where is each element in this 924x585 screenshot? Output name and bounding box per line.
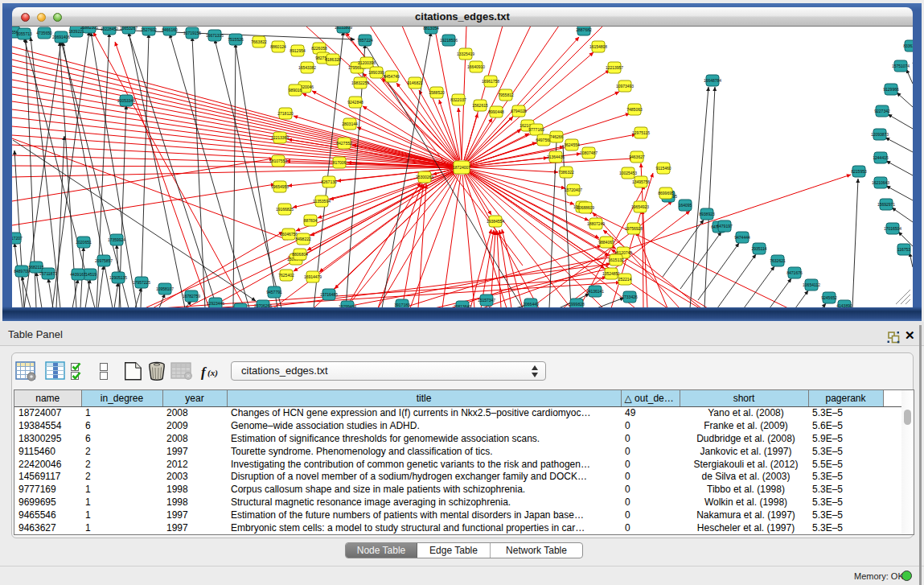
svg-text:12905135: 12905135 xyxy=(109,275,127,280)
svg-text:1615132: 1615132 xyxy=(608,257,624,262)
svg-text:15716485: 15716485 xyxy=(320,292,338,297)
svg-text:12213369: 12213369 xyxy=(271,135,289,140)
svg-text:7632621: 7632621 xyxy=(770,258,786,263)
svg-text:2935114: 2935114 xyxy=(751,246,766,251)
svg-text:10228452: 10228452 xyxy=(101,27,118,31)
svg-text:19299464: 19299464 xyxy=(339,304,356,308)
svg-text:10719155: 10719155 xyxy=(183,31,201,35)
svg-text:4735650: 4735650 xyxy=(36,31,52,35)
svg-text:25300263: 25300263 xyxy=(416,175,433,179)
svg-text:8336273: 8336273 xyxy=(903,43,913,48)
svg-text:164095: 164095 xyxy=(679,203,692,208)
svg-text:15720407: 15720407 xyxy=(565,187,582,192)
svg-text:16961758: 16961758 xyxy=(482,79,499,84)
svg-text:18724007: 18724007 xyxy=(453,165,470,170)
svg-text:8186328: 8186328 xyxy=(325,57,341,62)
svg-text:20053346: 20053346 xyxy=(117,98,135,103)
svg-text:21364436: 21364436 xyxy=(547,154,565,159)
svg-text:13495756: 13495756 xyxy=(632,179,650,184)
svg-text:8938923: 8938923 xyxy=(699,212,715,216)
svg-text:23706266: 23706266 xyxy=(254,303,272,308)
svg-text:16671335: 16671335 xyxy=(206,33,224,38)
svg-text:7485063: 7485063 xyxy=(626,107,643,112)
svg-text:11353594: 11353594 xyxy=(313,199,331,204)
svg-text:10653267: 10653267 xyxy=(120,27,138,31)
svg-text:8466160: 8466160 xyxy=(162,27,178,32)
svg-text:12975115: 12975115 xyxy=(632,130,650,135)
svg-text:7515526: 7515526 xyxy=(228,37,244,42)
svg-text:2055713: 2055713 xyxy=(16,31,32,36)
svg-text:5682115: 5682115 xyxy=(28,265,43,270)
svg-text:1588520: 1588520 xyxy=(429,90,445,95)
svg-text:1562615: 1562615 xyxy=(472,103,488,108)
svg-text:252214: 252214 xyxy=(618,277,632,282)
svg-text:989016: 989016 xyxy=(289,88,302,93)
svg-text:19384554: 19384554 xyxy=(487,219,504,224)
svg-text:18807249: 18807249 xyxy=(587,221,605,226)
svg-text:8806804: 8806804 xyxy=(292,252,308,257)
svg-text:8226058: 8226058 xyxy=(311,46,327,51)
svg-text:20691406: 20691406 xyxy=(52,35,70,39)
svg-text:(x): (x) xyxy=(207,368,218,378)
svg-text:18107554: 18107554 xyxy=(269,159,287,163)
svg-text:2718120: 2718120 xyxy=(277,111,294,116)
svg-text:9463627: 9463627 xyxy=(629,154,645,159)
svg-text:13325419: 13325419 xyxy=(457,51,474,56)
svg-text:21200396: 21200396 xyxy=(358,60,376,65)
svg-text:1244415: 1244415 xyxy=(873,155,889,160)
svg-text:3917183: 3917183 xyxy=(394,303,410,307)
svg-text:8498222: 8498222 xyxy=(295,237,311,241)
svg-text:8454749: 8454749 xyxy=(384,74,400,79)
svg-text:9777169: 9777169 xyxy=(528,127,544,132)
svg-text:9884067: 9884067 xyxy=(598,240,614,245)
svg-text:817006: 817006 xyxy=(333,160,347,165)
svg-text:10973493: 10973493 xyxy=(616,84,634,89)
svg-text:10958107: 10958107 xyxy=(156,286,174,291)
svg-text:3624554: 3624554 xyxy=(564,142,580,147)
svg-text:16543382: 16543382 xyxy=(298,65,316,70)
svg-text:7955812: 7955812 xyxy=(498,93,514,97)
svg-text:20975857: 20975857 xyxy=(95,258,113,263)
svg-text:8471676: 8471676 xyxy=(786,270,803,275)
svg-text:16154808: 16154808 xyxy=(589,44,607,49)
svg-text:1527602: 1527602 xyxy=(141,27,157,32)
svg-text:15157347: 15157347 xyxy=(478,298,495,303)
svg-text:12213957: 12213957 xyxy=(606,65,623,70)
svg-text:16210643: 16210643 xyxy=(872,180,889,185)
svg-text:25882305: 25882305 xyxy=(80,27,98,30)
svg-text:16914479: 16914479 xyxy=(304,274,322,279)
svg-text:9115460: 9115460 xyxy=(655,166,671,171)
svg-text:2066449: 2066449 xyxy=(523,302,539,307)
svg-text:8267130: 8267130 xyxy=(321,179,337,184)
svg-text:8215953: 8215953 xyxy=(851,169,867,174)
svg-text:10807487: 10807487 xyxy=(580,150,598,155)
svg-text:19654923: 19654923 xyxy=(631,204,649,209)
svg-text:8427552: 8427552 xyxy=(336,141,352,146)
svg-text:8860124: 8860124 xyxy=(270,44,286,49)
svg-text:8322037: 8322037 xyxy=(450,97,466,102)
svg-text:6479197: 6479197 xyxy=(717,224,733,229)
svg-text:8912954: 8912954 xyxy=(290,48,306,53)
svg-text:9146821: 9146821 xyxy=(407,80,423,85)
svg-text:13524851: 13524851 xyxy=(602,271,620,276)
svg-text:9242848: 9242848 xyxy=(347,100,363,105)
svg-text:2020651: 2020651 xyxy=(76,240,92,245)
svg-text:7857224: 7857224 xyxy=(357,38,373,43)
svg-text:17359924: 17359924 xyxy=(108,237,125,242)
svg-text:9129966: 9129966 xyxy=(883,87,899,92)
svg-text:7386322: 7386322 xyxy=(558,170,574,175)
svg-text:17957225: 17957225 xyxy=(133,280,150,285)
svg-text:19756928: 19756928 xyxy=(625,226,643,231)
svg-text:4439167: 4439167 xyxy=(70,272,86,277)
svg-text:14136141: 14136141 xyxy=(586,289,604,294)
svg-text:10654112: 10654112 xyxy=(803,282,820,287)
svg-text:f: f xyxy=(201,365,207,380)
svg-text:10025453: 10025453 xyxy=(619,171,637,175)
svg-text:17016504: 17016504 xyxy=(884,226,901,231)
svg-text:19218506: 19218506 xyxy=(440,38,458,43)
svg-text:15751074: 15751074 xyxy=(892,64,910,68)
svg-text:116753: 116753 xyxy=(897,247,911,252)
svg-text:6794028: 6794028 xyxy=(511,109,527,113)
svg-text:16033809: 16033809 xyxy=(335,27,352,30)
svg-text:25852685: 25852685 xyxy=(232,307,249,308)
